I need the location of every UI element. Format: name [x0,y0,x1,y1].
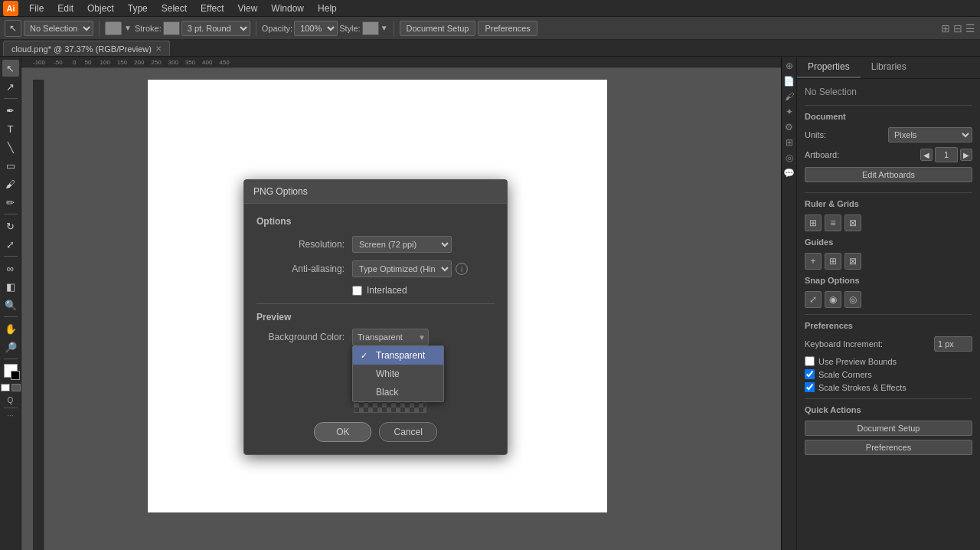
anti-aliasing-row: Anti-aliasing: Type Optimized (Hinted) i [256,260,495,277]
guide-btn-3[interactable]: ⊠ [844,253,861,270]
page-icon[interactable]: 📄 [783,75,795,87]
resolution-label: Resolution: [256,239,345,250]
bg-color-select[interactable]: Transparent ▼ [352,329,429,345]
anti-aliasing-select[interactable]: Type Optimized (Hinted) [352,260,452,277]
fill-indicator[interactable] [4,364,18,378]
text-tool[interactable]: T [2,120,19,137]
menu-window[interactable]: Window [265,2,310,15]
resolution-select[interactable]: Screen (72 ppi) Medium (150 ppi) High (3… [352,236,452,253]
dropdown-item-transparent[interactable]: ✓ Transparent [353,346,443,365]
snap-btn-3[interactable]: ◎ [844,291,861,308]
no-selection-dropdown[interactable]: No Selection [24,21,93,36]
preview-mode[interactable] [11,384,21,391]
scale-corners-checkbox[interactable] [805,369,815,379]
artboard-input[interactable] [935,147,958,162]
anti-aliasing-info-icon[interactable]: i [456,263,468,275]
scale-strokes-label: Scale Strokes & Effects [818,383,906,392]
pen-tool[interactable]: ✒ [2,102,19,119]
snap-icon[interactable]: ◎ [783,152,795,164]
line-tool[interactable]: ╲ [2,139,19,156]
preview-bounds-checkbox[interactable] [805,356,815,366]
opacity-select[interactable]: 100% [294,21,338,36]
quick-preferences-btn[interactable]: Preferences [805,440,972,455]
symbol-icon[interactable]: ✦ [783,106,795,118]
pencil-tool[interactable]: ✏ [2,194,19,211]
show-lines-btn[interactable]: ≡ [825,214,841,231]
grid-type-btn[interactable]: ⊠ [844,214,861,231]
rotate-tool[interactable]: ↻ [2,218,19,234]
panel-divider-1 [805,105,972,106]
resolution-row: Resolution: Screen (72 ppi) Medium (150 … [256,236,495,253]
comment-icon[interactable]: 💬 [783,167,795,179]
artboard-next[interactable]: ▶ [960,149,972,161]
canvas-area[interactable]: -100 -50 0 50 100 150 200 250 300 350 40… [21,57,781,550]
menu-effect[interactable]: Effect [194,2,230,15]
menu-object[interactable]: Object [81,2,120,15]
menu-help[interactable]: Help [312,2,343,15]
document-tab[interactable]: cloud.png* @ 37.37% (RGB/Preview) ✕ [3,41,170,56]
layers-icon[interactable]: ⊕ [783,60,795,72]
change-mode[interactable]: Q [8,396,14,404]
interlaced-checkbox[interactable] [352,286,362,296]
dialog-title: PNG Options [244,180,507,204]
settings-icon[interactable]: ⚙ [783,121,795,133]
menu-view[interactable]: View [232,2,264,15]
keyboard-increment-input[interactable] [934,336,972,352]
edit-artboards-btn[interactable]: Edit Artboards [805,167,972,182]
guide-btn-1[interactable]: + [805,253,822,270]
units-select[interactable]: Pixels [888,127,972,142]
selection-tool[interactable]: ↖ [2,60,19,77]
direct-selection-tool[interactable]: ↗ [2,78,19,95]
artboard-prev[interactable]: ◀ [920,149,933,161]
fill-color[interactable] [105,21,122,35]
show-grid-btn[interactable]: ⊞ [805,214,822,231]
grid-icon[interactable]: ⊞ [783,136,795,149]
snap-btn-2[interactable]: ◉ [825,291,841,308]
preview-label: Preview [256,312,495,322]
dropdown-item-white[interactable]: White [353,365,443,383]
quick-document-setup-btn[interactable]: Document Setup [805,421,972,436]
dropdown-item-black[interactable]: Black [353,383,443,401]
tool-separator-4 [4,316,18,317]
eyedropper-tool[interactable]: 🔍 [2,296,19,313]
document-setup-btn[interactable]: Document Setup [400,21,476,36]
ruler-horizontal: -100 -50 0 50 100 150 200 250 300 350 40… [21,57,781,68]
paint-brush[interactable]: 🖌 [2,175,19,192]
tab-close-btn[interactable]: ✕ [155,44,162,53]
menu-edit[interactable]: Edit [51,2,80,15]
tab-libraries[interactable]: Libraries [861,57,917,78]
menu-type[interactable]: Type [122,2,154,15]
stroke-color[interactable] [163,21,180,35]
blend-tool[interactable]: ∞ [2,260,19,277]
gradient-tool[interactable]: ◧ [2,278,19,295]
stroke-width-select[interactable]: 3 pt. Round [181,21,250,36]
scale-strokes-checkbox[interactable] [805,382,815,392]
stroke-indicator[interactable] [11,371,20,380]
preferences-toolbar-btn[interactable]: Preferences [478,21,537,36]
tile-icon[interactable]: ⊟ [953,22,962,34]
tab-properties[interactable]: Properties [797,57,861,78]
rect-tool[interactable]: ▭ [2,157,19,174]
resolution-dropdown-container: Screen (72 ppi) Medium (150 ppi) High (3… [352,236,452,253]
panel-content: No Selection Document Units: Pixels Artb… [797,79,980,550]
ok-button[interactable]: OK [314,422,371,442]
arrange-icon[interactable]: ⊞ [941,22,950,34]
menu-file[interactable]: File [23,2,50,15]
preview-section: Preview Background Color: Transparent ▼ [256,312,495,413]
cancel-button[interactable]: Cancel [379,422,436,442]
expand-tools[interactable]: ··· [7,411,13,420]
units-label: Units: [805,130,826,139]
more-icon[interactable]: ☰ [965,22,975,34]
hand-tool[interactable]: ✋ [2,320,19,337]
snap-btn-1[interactable]: ⤢ [805,291,822,308]
snap-buttons: ⤢ ◉ ◎ [805,291,972,308]
zoom-tool[interactable]: 🔎 [2,339,19,355]
normal-mode[interactable] [1,384,10,391]
stroke-label: Stroke: [135,24,162,33]
scale-tool[interactable]: ⤢ [2,236,19,253]
panel-tabs: Properties Libraries [797,57,980,79]
bg-color-dropdown-container[interactable]: Transparent ▼ ✓ Transparent [352,329,429,345]
brush-icon[interactable]: 🖌 [783,90,795,103]
guide-btn-2[interactable]: ⊞ [825,253,841,270]
menu-select[interactable]: Select [155,2,193,15]
